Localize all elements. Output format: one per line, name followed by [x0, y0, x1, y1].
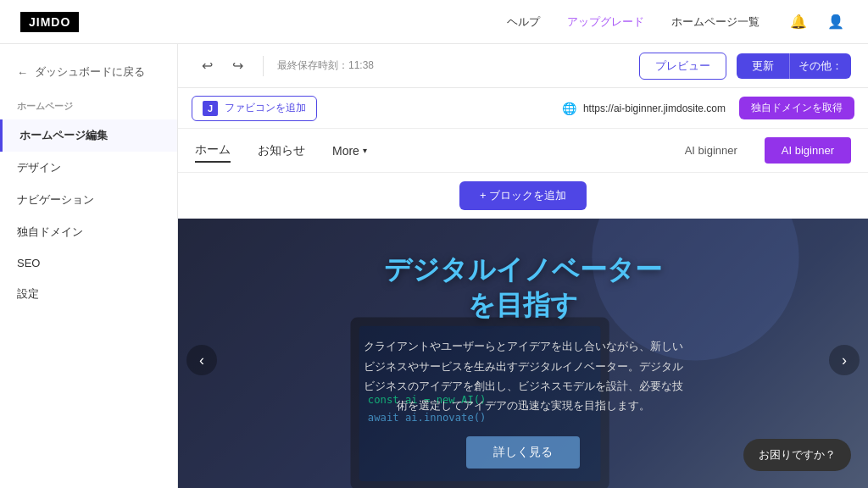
favicon-j-icon: J [203, 101, 218, 116]
help-link[interactable]: ヘルプ [507, 14, 540, 30]
hero-description: クライアントやユーザーらとアイデアを出し合いながら、新しいビジネスやサービスを生… [362, 336, 684, 416]
back-label: ダッシュボードに戻る [35, 64, 145, 80]
preview-nav: ホーム お知らせ More ▾ AI biginner AI biginner [178, 129, 868, 173]
preview-frame: J ファビコンを追加 🌐 https://ai-biginner.jimdosi… [178, 88, 868, 488]
preview-topbar: J ファビコンを追加 🌐 https://ai-biginner.jimdosi… [178, 88, 868, 129]
bell-icon[interactable]: 🔔 [787, 10, 810, 34]
history-controls: ↩ ↪ [195, 54, 249, 78]
domain-button[interactable]: 独自ドメインを取得 [739, 97, 854, 119]
back-to-dashboard[interactable]: ← ダッシュボードに戻る [0, 58, 177, 86]
help-bubble[interactable]: お困りですか？ [743, 439, 851, 471]
undo-button[interactable]: ↩ [195, 54, 219, 78]
sidebar-item-domain[interactable]: 独自ドメイン [0, 216, 177, 248]
sidebar: ← ダッシュボードに戻る ホームページ ホームページ編集 デザイン ナビゲーショ… [0, 44, 178, 488]
toolbar-separator [263, 56, 264, 76]
hero-next-button[interactable]: › [829, 345, 860, 375]
sidebar-item-seo[interactable]: SEO [0, 248, 177, 278]
nav-home[interactable]: ホーム [195, 139, 231, 163]
user-icon[interactable]: 👤 [824, 10, 848, 34]
main-content: J ファビコンを追加 🌐 https://ai-biginner.jimdosi… [178, 88, 868, 488]
sidebar-item-nav[interactable]: ナビゲーション [0, 184, 177, 216]
nav-news[interactable]: お知らせ [258, 140, 305, 162]
add-block-button[interactable]: + ブロックを追加 [459, 181, 587, 210]
top-navigation: JIMDO ヘルプ アップグレード ホームページ一覧 🔔 👤 [0, 0, 868, 44]
update-button[interactable]: 更新 [737, 53, 789, 79]
site-url: https://ai-biginner.jimdosite.com [583, 103, 726, 114]
homepage-list-link[interactable]: ホームページ一覧 [671, 14, 760, 30]
favicon-label: ファビコンを追加 [225, 101, 306, 115]
preview-nav-container: 👁 ✏️ ホーム お知らせ More ▾ AI biginner AI bigi… [178, 129, 868, 173]
upgrade-link[interactable]: アップグレード [567, 14, 644, 30]
hero-content: デジタルイノベーターを目指す クライアントやユーザーらとアイデアを出し合いながら… [311, 219, 735, 488]
top-nav-icons: 🔔 👤 [787, 10, 848, 34]
globe-icon: 🌐 [562, 102, 576, 115]
chevron-down-icon: ▾ [363, 146, 367, 155]
hero-prev-button[interactable]: ‹ [186, 345, 217, 375]
nav-more-label: More [332, 144, 359, 158]
url-bar: 🌐 https://ai-biginner.jimdosite.com [562, 102, 726, 115]
more-options-button[interactable]: その他： [789, 53, 851, 79]
redo-button[interactable]: ↪ [225, 54, 249, 78]
nav-more[interactable]: More ▾ [332, 141, 367, 161]
jimdo-logo: JIMDO [20, 12, 79, 32]
add-block-bar: + ブロックを追加 [178, 173, 868, 219]
preview-button[interactable]: プレビュー [639, 53, 726, 80]
nav-links: ヘルプ アップグレード ホームページ一覧 [507, 14, 760, 30]
sidebar-section-label: ホームページ [0, 100, 177, 119]
save-time: 最終保存時刻：11:38 [277, 58, 374, 73]
nav-site-name: AI biginner [685, 144, 737, 157]
sidebar-item-edit[interactable]: ホームページ編集 [0, 119, 177, 152]
hero-title: デジタルイノベーターを目指す [362, 252, 684, 323]
sidebar-item-design[interactable]: デザイン [0, 152, 177, 184]
sidebar-item-settings[interactable]: 設定 [0, 278, 177, 310]
back-arrow-icon: ← [17, 66, 28, 79]
hero-cta-button[interactable]: 詳しく見る [466, 436, 580, 469]
favicon-button[interactable]: J ファビコンを追加 [192, 96, 317, 121]
update-button-group: 更新 その他： [737, 53, 851, 79]
editor-toolbar: ↩ ↪ 最終保存時刻：11:38 プレビュー 更新 その他： [178, 44, 868, 88]
nav-cta-button[interactable]: AI biginner [765, 137, 851, 164]
